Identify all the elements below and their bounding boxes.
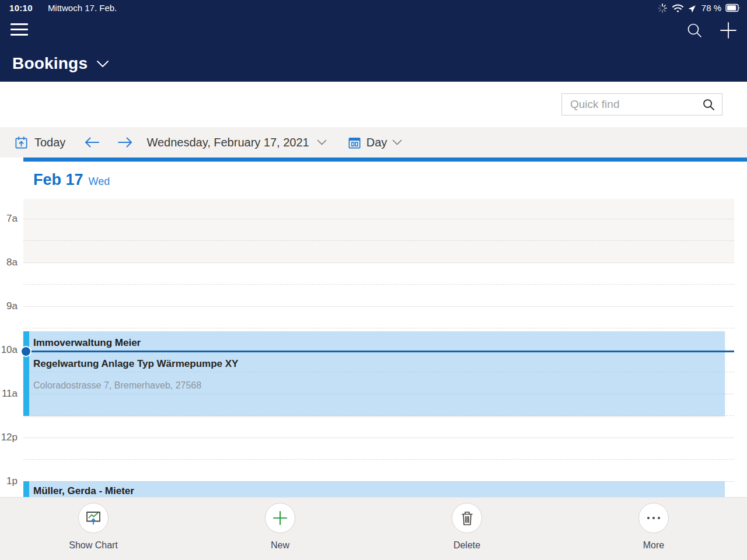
today-button[interactable]: Today — [15, 136, 65, 149]
delete-button[interactable]: Delete — [374, 498, 560, 560]
status-date: Mittwoch 17. Feb. — [48, 3, 117, 13]
search-button[interactable] — [686, 22, 704, 40]
chevron-down-icon — [317, 139, 327, 145]
today-calendar-icon — [15, 136, 28, 149]
event-title: Immoverwaltung Meier — [33, 337, 141, 349]
time-label: 9a — [0, 300, 18, 312]
new-plus-icon — [265, 503, 295, 533]
event-location: Coloradostrasse 7, Bremerhaveb, 27568 — [33, 380, 201, 391]
previous-day-button[interactable] — [84, 136, 100, 148]
chevron-down-icon — [96, 60, 109, 68]
hamburger-menu-button[interactable] — [11, 23, 28, 36]
view-mode-selector[interactable]: Day — [348, 136, 403, 149]
day-name-label: Wed — [89, 176, 110, 188]
hour-line — [23, 262, 734, 263]
show-chart-icon — [78, 503, 109, 533]
bottom-command-bar: Show Chart New Delete — [0, 497, 747, 560]
calendar-toolbar: Today Wednesday, February 17, 2021 Day — [0, 127, 747, 158]
status-icons: 78 % — [657, 3, 741, 13]
more-label: More — [643, 540, 664, 551]
delete-label: Delete — [453, 540, 480, 551]
view-mode-label: Day — [366, 136, 388, 149]
half-hour-line — [23, 284, 734, 285]
current-time-dot — [20, 346, 32, 357]
new-label: New — [271, 540, 289, 551]
show-chart-label: Show Chart — [69, 540, 118, 551]
more-button[interactable]: More — [560, 498, 747, 560]
event-status-stripe — [23, 331, 29, 416]
time-label: 7a — [0, 213, 18, 225]
event-title: Müller, Gerda - Mieter — [33, 485, 134, 497]
view-title-selector[interactable]: Bookings — [12, 54, 109, 73]
new-button[interactable]: New — [187, 498, 374, 560]
half-hour-line — [23, 328, 734, 328]
time-label: 1p — [0, 475, 18, 487]
booking-event[interactable]: Immoverwaltung Meier Regelwartung Anlage… — [23, 331, 725, 416]
time-label: 8a — [0, 257, 18, 268]
location-icon — [688, 4, 697, 13]
event-subtitle: Regelwartung Anlage Typ Wärmepumpe XY — [33, 358, 238, 370]
chevron-down-icon — [392, 139, 402, 145]
show-chart-button[interactable]: Show Chart — [0, 498, 187, 560]
hour-line — [23, 438, 734, 438]
time-label: 11a — [0, 388, 18, 400]
subheader — [0, 82, 747, 127]
day-header: Feb 17 Wed — [33, 171, 110, 189]
date-label: Wednesday, February 17, 2021 — [146, 136, 309, 149]
half-hour-line — [23, 240, 734, 241]
quick-find-box — [561, 93, 722, 116]
battery-percentage: 78 % — [701, 3, 721, 13]
hour-line — [23, 219, 734, 219]
activity-spinner-icon — [657, 3, 668, 13]
day-view-calendar-icon — [348, 136, 361, 149]
hour-line — [23, 306, 734, 307]
time-label: 12p — [0, 432, 18, 443]
event-status-stripe — [23, 481, 29, 497]
today-label: Today — [34, 136, 65, 149]
date-selector[interactable]: Wednesday, February 17, 2021 — [146, 136, 326, 149]
battery-icon — [725, 3, 741, 13]
current-time-line — [23, 351, 734, 352]
ellipsis-icon — [638, 503, 669, 533]
calendar-day-view: Feb 17 Wed 7a 8a 9a 10a 11a 12p 1p Immov… — [0, 162, 747, 497]
next-day-button[interactable] — [117, 136, 133, 148]
non-working-hours-band — [23, 199, 734, 262]
wifi-icon — [672, 4, 684, 13]
page-title: Bookings — [12, 54, 88, 73]
status-time: 10:10 — [9, 3, 33, 13]
quick-find-search-icon[interactable] — [699, 98, 722, 111]
accent-bar — [23, 158, 747, 162]
app-header: Bookings — [0, 16, 747, 82]
trash-icon — [452, 503, 482, 533]
add-button[interactable] — [719, 21, 738, 40]
status-bar: 10:10 Mittwoch 17. Feb. 78 % — [0, 0, 747, 16]
quick-find-input[interactable] — [562, 98, 699, 111]
day-date-label: Feb 17 — [33, 171, 83, 189]
half-hour-line — [23, 459, 734, 460]
booking-event[interactable]: Müller, Gerda - Mieter — [23, 481, 725, 497]
time-label: 10a — [0, 344, 18, 356]
